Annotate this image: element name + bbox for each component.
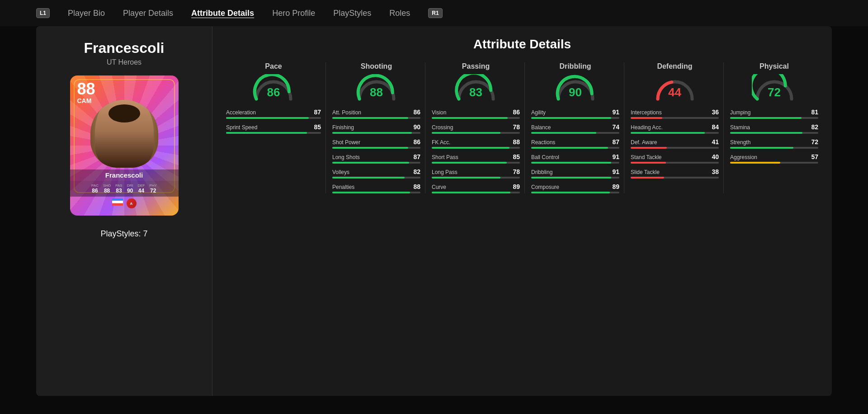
attr-label: Acceleration: [226, 109, 256, 116]
attr-bar: [730, 117, 802, 119]
attr-bar: [631, 177, 664, 179]
attribute-row: Dribbling91: [531, 168, 619, 179]
attr-value: 87: [413, 153, 420, 160]
attr-label: Finishing: [332, 124, 354, 131]
attr-value: 36: [712, 108, 719, 116]
attribute-row: Acceleration87: [226, 108, 321, 119]
tab-hero-profile[interactable]: Hero Profile: [272, 9, 315, 18]
attr-label: Vision: [432, 109, 446, 116]
attr-header-physical: Physical: [760, 62, 789, 71]
attr-bar: [730, 147, 793, 149]
attr-value: 91: [612, 153, 619, 160]
attr-value: 82: [413, 168, 420, 175]
attr-value: 72: [811, 138, 818, 146]
attr-label: Slide Tackle: [631, 169, 660, 175]
attr-bar: [332, 117, 408, 119]
tab-player-details[interactable]: Player Details: [123, 9, 173, 18]
card-inner: 88 CAM Francescoli PAC 86 SHO 88: [70, 75, 179, 216]
attr-value: 87: [612, 138, 619, 146]
gauge-pace: 86: [251, 74, 296, 101]
attr-label: Heading Acc.: [631, 124, 663, 131]
attribute-row: Att. Position86: [332, 108, 420, 119]
attribute-row: Crossing78: [432, 123, 520, 134]
attribute-row: Balance74: [531, 123, 619, 134]
attr-bar: [432, 147, 509, 149]
card-stats-row: PAC 86 SHO 88 PAS 83 DRI 90: [70, 181, 179, 197]
attribute-row: Short Pass85: [432, 153, 520, 164]
attr-label: Att. Position: [332, 109, 361, 116]
attribute-row: Strength72: [730, 138, 818, 149]
player-card: 88 CAM Francescoli PAC 86 SHO 88: [70, 75, 179, 216]
attributes-grid: Pace 86Acceleration87Sprint Speed85Shoot…: [226, 62, 818, 193]
attr-value: 40: [712, 153, 719, 160]
attr-value: 81: [811, 108, 818, 116]
attr-bar: [531, 162, 611, 164]
attr-bar: [332, 177, 405, 179]
tab-attribute-details[interactable]: Attribute Details: [191, 9, 254, 18]
attr-value: 86: [413, 138, 420, 146]
attribute-row: Reactions87: [531, 138, 619, 149]
attr-value: 78: [513, 123, 520, 131]
attr-label: Strength: [730, 139, 750, 146]
attr-value: 89: [513, 183, 520, 190]
card-face: [90, 100, 158, 168]
gauge-defending: 44: [652, 74, 698, 101]
flag-icon: [112, 198, 123, 206]
attr-value: 78: [513, 168, 520, 175]
card-flag-club: A: [112, 197, 137, 210]
attr-label: Aggression: [730, 154, 757, 160]
attribute-row: Def. Aware41: [631, 138, 719, 149]
card-stat-sho: SHO 88: [103, 183, 111, 194]
attr-bar: [631, 147, 667, 149]
attribute-row: Composure89: [531, 183, 619, 193]
attr-label: Sprint Speed: [226, 124, 257, 131]
attr-rows-dribbling: Agility91Balance74Reactions87Ball Contro…: [531, 108, 619, 193]
face-silhouette: [95, 100, 154, 168]
attribute-row: Interceptions36: [631, 108, 719, 119]
gauge-value-defending: 44: [668, 85, 681, 99]
attribute-row: Stand Tackle40: [631, 153, 719, 164]
attr-header-shooting: Shooting: [361, 62, 392, 71]
playstyles-label: PlayStyles: 7: [100, 229, 147, 239]
attr-label: Shot Power: [332, 139, 360, 146]
attr-value: 84: [712, 123, 719, 131]
attr-value: 87: [314, 108, 321, 116]
tab-roles[interactable]: Roles: [389, 9, 410, 18]
attribute-row: FK Acc.88: [432, 138, 520, 149]
attr-label: Volleys: [332, 169, 349, 175]
attr-value: 91: [612, 168, 619, 175]
attr-label: Def. Aware: [631, 139, 657, 146]
attr-label: Long Pass: [432, 169, 458, 175]
card-position: CAM: [77, 97, 92, 104]
tab-player-bio[interactable]: Player Bio: [68, 9, 105, 18]
attr-bar: [730, 132, 802, 134]
svg-rect-0: [112, 198, 123, 201]
left-badge: L1: [36, 8, 50, 18]
attr-value: 88: [413, 183, 420, 190]
attr-label: Ball Control: [531, 154, 559, 160]
attribute-row: Stamina82: [730, 123, 818, 134]
attr-rows-defending: Interceptions36Heading Acc.84Def. Aware4…: [631, 108, 719, 179]
attr-value: 57: [811, 153, 818, 160]
svg-rect-1: [112, 201, 123, 203]
attribute-row: Penalties88: [332, 183, 420, 193]
attr-label: Crossing: [432, 124, 453, 131]
attr-column-shooting: Shooting 88Att. Position86Finishing90Sho…: [326, 62, 420, 193]
player-name: Francescoli: [84, 40, 165, 56]
attribute-row: Agility91: [531, 108, 619, 119]
gauge-physical: 72: [752, 74, 797, 101]
card-stat-pac: PAC 86: [91, 183, 99, 194]
attribute-row: Ball Control91: [531, 153, 619, 164]
attr-value: 86: [513, 108, 520, 116]
attr-label: Agility: [531, 109, 546, 116]
attribute-row: Finishing90: [332, 123, 420, 134]
attr-header-passing: Passing: [462, 62, 490, 71]
attr-bar: [226, 132, 307, 134]
gauge-value-shooting: 88: [370, 85, 383, 99]
right-panel: Attribute Details Pace 86Acceleration87S…: [212, 26, 832, 396]
attr-header-dribbling: Dribbling: [559, 62, 591, 71]
card-stat-dri: DRI 90: [127, 183, 133, 194]
tab-playstyles[interactable]: PlayStyles: [333, 9, 371, 18]
attr-value: 82: [811, 123, 818, 131]
attr-column-defending: Defending 44Interceptions36Heading Acc.8…: [624, 62, 719, 193]
